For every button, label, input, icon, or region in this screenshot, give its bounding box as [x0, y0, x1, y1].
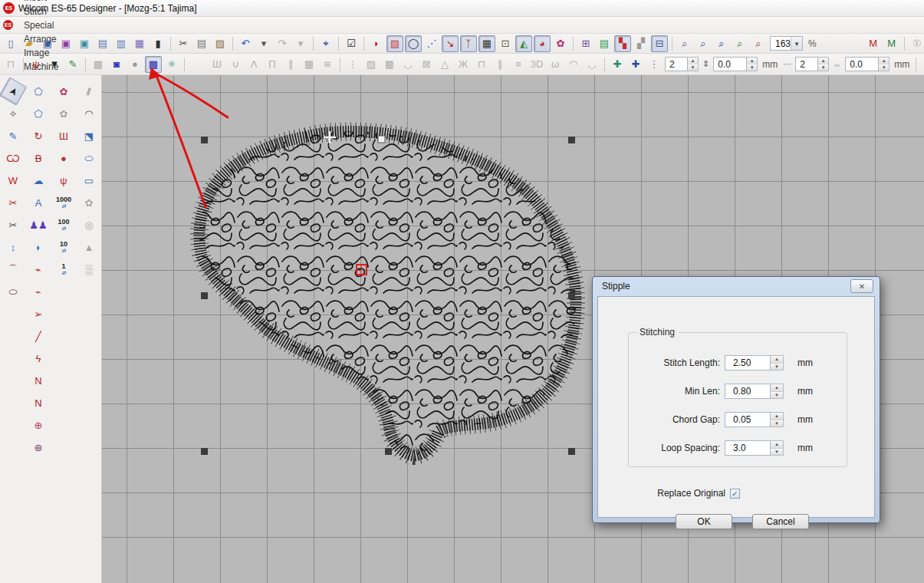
- handle-bottom-center[interactable]: [385, 448, 392, 455]
- picture-frame-icon[interactable]: ⊞: [577, 35, 594, 52]
- line-nodes-tool[interactable]: ⌁: [28, 259, 49, 279]
- connect-machine-icon[interactable]: ▮: [150, 35, 166, 52]
- reshape-object-tool[interactable]: ⬠: [28, 104, 49, 124]
- needle-drop-tool[interactable]: ψ: [53, 170, 74, 190]
- polygon-select-tool[interactable]: ✧: [2, 104, 24, 124]
- zigzag-mw-tool[interactable]: Ш: [53, 126, 74, 146]
- n-outline-tool[interactable]: N: [28, 371, 49, 390]
- e-stitch-icon[interactable]: Π: [264, 56, 281, 73]
- arc-tool[interactable]: ◠: [78, 104, 100, 124]
- loop-stitch-icon[interactable]: ∪: [227, 56, 244, 73]
- zoom-dots-icon[interactable]: ⌕: [676, 35, 693, 52]
- image-mountain-tool[interactable]: ▲: [78, 237, 100, 257]
- figures-pair-tool[interactable]: ♟♟: [28, 215, 49, 235]
- add-node-icon[interactable]: ✎: [64, 56, 81, 73]
- spacing-1000-tool[interactable]: 1000⇄: [53, 193, 74, 212]
- auto-apply-icon[interactable]: ☑: [343, 35, 360, 52]
- underlay-count-spinner[interactable]: 2 ▲▼: [665, 57, 699, 71]
- triangle-fill-icon[interactable]: △: [436, 56, 453, 73]
- align-grid2-icon[interactable]: ✚: [627, 56, 644, 73]
- spacing-10-tool[interactable]: 10⇄: [53, 237, 74, 257]
- stipple-dialog-titlebar[interactable]: Stipple ✕: [593, 277, 880, 295]
- more-options-icon[interactable]: ⋮: [646, 56, 663, 73]
- align-grid1-icon[interactable]: ✚: [609, 56, 626, 73]
- lettering-tool[interactable]: A: [28, 193, 49, 212]
- hoop-position-icon[interactable]: ⊓: [2, 56, 19, 73]
- save-machine-icon[interactable]: ▣: [76, 35, 93, 52]
- spinner[interactable]: ▲▼: [771, 440, 784, 456]
- wave-stitch-icon[interactable]: ≋: [319, 56, 336, 73]
- palette-icon[interactable]: ◕: [534, 35, 551, 52]
- fan-shape-tool[interactable]: ⌒: [2, 259, 24, 279]
- new-file-icon[interactable]: ▯: [2, 35, 19, 52]
- tatami-stitch-icon[interactable]: ∥: [282, 56, 299, 73]
- mirror-oval-tool[interactable]: ⬭: [2, 282, 24, 301]
- needle-down-icon[interactable]: ▼: [46, 56, 63, 73]
- print-preview-icon[interactable]: ▥: [113, 35, 130, 52]
- hbars-fill-icon[interactable]: ≡: [510, 56, 527, 73]
- wm-fill-icon[interactable]: Ж: [455, 56, 472, 73]
- scissors-fork-tool[interactable]: ✂: [2, 215, 24, 235]
- redo-dropdown-icon[interactable]: ▾: [292, 35, 309, 52]
- reshape-tool[interactable]: ⬠: [28, 81, 49, 101]
- circle-fill-icon[interactable]: ●: [127, 56, 143, 73]
- thread-colors-icon[interactable]: ✿: [552, 35, 569, 52]
- hatch-fill-icon[interactable]: ▨: [386, 35, 403, 52]
- undo-dropdown-icon[interactable]: ▾: [255, 35, 272, 52]
- paste-icon[interactable]: ▨: [212, 35, 229, 52]
- zoom-dropdown-icon[interactable]: ▾: [791, 37, 802, 50]
- fur-stitch-icon[interactable]: ω: [547, 56, 564, 73]
- satin-patch-icon[interactable]: ◗: [368, 35, 385, 52]
- n-filled-tool[interactable]: N: [28, 393, 49, 413]
- closed-shape-icon[interactable]: ⍟: [163, 56, 180, 73]
- needle-points-icon[interactable]: ᛉ: [460, 35, 477, 52]
- background-icon[interactable]: ◭: [515, 35, 532, 52]
- zoom-in-icon[interactable]: ⌕: [732, 35, 748, 52]
- zigzag-stitch-icon[interactable]: Λ: [245, 56, 262, 73]
- menu-special[interactable]: Special: [17, 18, 65, 32]
- stitch-spacing-spinner[interactable]: 0.0 ▲▼: [713, 57, 758, 71]
- curve-fill-icon[interactable]: ◡: [400, 56, 416, 73]
- bead-tool[interactable]: ●: [53, 148, 74, 168]
- zigzag-run-tool[interactable]: Ѡ: [2, 148, 24, 168]
- rotate-tool[interactable]: ↻: [28, 126, 49, 146]
- export-melco-icon[interactable]: M: [865, 35, 882, 52]
- cloud-scribble-icon[interactable]: ◡: [584, 56, 600, 73]
- penetration-icon[interactable]: ψ: [28, 56, 44, 73]
- lightning-stitch-tool[interactable]: ϟ: [28, 348, 49, 368]
- diagonal-stitch-tool[interactable]: ╱: [28, 326, 49, 346]
- stitch-list-icon[interactable]: ▤: [596, 35, 613, 52]
- cloud-outline-icon[interactable]: ◠: [565, 56, 582, 73]
- box-grid-icon[interactable]: ⊠: [418, 56, 435, 73]
- outline-design-icon[interactable]: ◙: [108, 56, 125, 73]
- run-count-spinner[interactable]: 2 ▲▼: [795, 57, 829, 71]
- hand1-icon[interactable]: ①: [909, 35, 924, 52]
- matrix-icon[interactable]: ▩: [90, 56, 107, 73]
- lettering-off-tool[interactable]: B: [28, 148, 49, 168]
- image-texture-tool[interactable]: ▒: [78, 259, 100, 279]
- spinner[interactable]: ▲▼: [771, 384, 784, 399]
- threed-icon[interactable]: 3D: [528, 56, 545, 73]
- cut-icon[interactable]: ✂: [175, 35, 192, 52]
- handle-top-left[interactable]: [201, 137, 208, 143]
- lines-fill-icon[interactable]: ∥: [492, 56, 508, 73]
- flower-gray-tool[interactable]: ✿: [53, 104, 74, 124]
- design-canvas[interactable]: Stipple ✕ Stitching Stitch Length: 2.50 …: [102, 75, 924, 583]
- handle-mid-right[interactable]: [568, 292, 575, 299]
- run-length-spinner[interactable]: 0.0 ▲▼: [845, 57, 889, 71]
- center-cross1-icon[interactable]: ✚: [920, 56, 924, 73]
- undo-icon[interactable]: ↶: [237, 35, 254, 52]
- dotted-fill-icon[interactable]: ⋮: [344, 56, 361, 73]
- color-film-icon[interactable]: ▚: [614, 35, 631, 52]
- ok-button[interactable]: OK: [676, 514, 732, 529]
- sequence-icon[interactable]: ▞: [633, 35, 649, 52]
- satin-stitch-icon[interactable]: Ш: [209, 56, 225, 73]
- cloud-fill-tool[interactable]: ☁: [28, 170, 49, 190]
- machine-icon[interactable]: ▦: [131, 35, 148, 52]
- ellipse-tool[interactable]: ⬭: [78, 148, 100, 168]
- zoom-level-combo[interactable]: 163 ▾: [770, 36, 803, 51]
- outline-shape-icon[interactable]: ◯: [405, 35, 422, 52]
- menu-stitch[interactable]: Stitch: [17, 5, 65, 18]
- spinner[interactable]: ▲▼: [771, 355, 784, 371]
- stitch-ratio-tool[interactable]: W: [2, 170, 24, 190]
